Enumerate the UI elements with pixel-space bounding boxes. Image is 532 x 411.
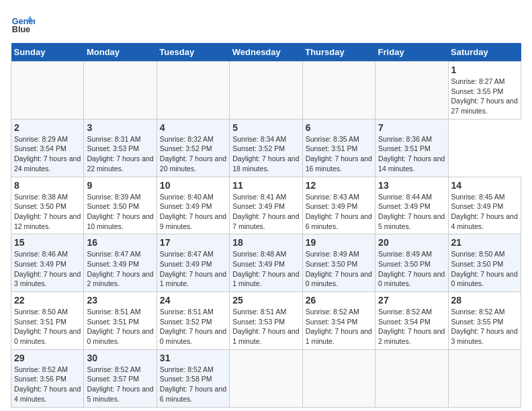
cell-info: Sunrise: 8:41 AM Sunset: 3:49 PM Dayligh… [232, 192, 299, 232]
day-number: 14 [451, 180, 518, 191]
cell-info: Sunrise: 8:38 AM Sunset: 3:50 PM Dayligh… [14, 192, 81, 232]
calendar-cell: 3 Sunrise: 8:31 AM Sunset: 3:53 PM Dayli… [84, 119, 157, 177]
calendar-cell [11, 62, 84, 120]
sunset: Sunset: 3:50 PM [306, 259, 372, 269]
sunrise: Sunrise: 8:40 AM [160, 192, 226, 202]
cell-info: Sunrise: 8:52 AM Sunset: 3:54 PM Dayligh… [378, 307, 445, 347]
calendar-cell: 17 Sunrise: 8:47 AM Sunset: 3:49 PM Dayl… [157, 234, 229, 292]
sunset: Sunset: 3:57 PM [87, 374, 153, 384]
sunrise: Sunrise: 8:35 AM [306, 134, 372, 144]
sunset: Sunset: 3:54 PM [378, 317, 445, 327]
week-row: 22 Sunrise: 8:50 AM Sunset: 3:51 PM Dayl… [11, 292, 521, 350]
sunset: Sunset: 3:54 PM [306, 317, 372, 327]
cell-info: Sunrise: 8:34 AM Sunset: 3:52 PM Dayligh… [232, 134, 299, 174]
daylight: Daylight: 7 hours and 0 minutes. [306, 269, 372, 289]
daylight: Daylight: 7 hours and 5 minutes. [87, 384, 153, 404]
sunset: Sunset: 3:49 PM [87, 259, 153, 269]
daylight: Daylight: 7 hours and 9 minutes. [160, 212, 226, 231]
cell-info: Sunrise: 8:51 AM Sunset: 3:51 PM Dayligh… [87, 307, 153, 347]
sunrise: Sunrise: 8:47 AM [87, 249, 153, 259]
day-number: 21 [451, 237, 518, 248]
cell-info: Sunrise: 8:46 AM Sunset: 3:49 PM Dayligh… [14, 249, 81, 289]
day-header-tuesday: Tuesday [157, 43, 229, 62]
sunrise: Sunrise: 8:52 AM [306, 307, 372, 317]
daylight: Daylight: 7 hours and 1 minute. [232, 269, 299, 289]
header-row: SundayMondayTuesdayWednesdayThursdayFrid… [11, 43, 521, 62]
day-number: 7 [378, 122, 445, 133]
daylight: Daylight: 7 hours and 0 minutes. [87, 326, 153, 346]
calendar-cell: 2 Sunrise: 8:29 AM Sunset: 3:54 PM Dayli… [11, 119, 84, 177]
sunrise: Sunrise: 8:52 AM [378, 307, 445, 317]
day-header-friday: Friday [375, 43, 448, 62]
sunset: Sunset: 3:49 PM [451, 201, 518, 212]
daylight: Daylight: 7 hours and 7 minutes. [232, 212, 299, 231]
sunrise: Sunrise: 8:46 AM [14, 249, 81, 259]
day-number: 23 [87, 295, 153, 306]
cell-info: Sunrise: 8:50 AM Sunset: 3:51 PM Dayligh… [14, 307, 81, 347]
daylight: Daylight: 7 hours and 3 minutes. [451, 326, 518, 346]
day-number: 22 [14, 295, 81, 306]
sunset: Sunset: 3:54 PM [14, 144, 81, 154]
sunset: Sunset: 3:58 PM [160, 374, 226, 384]
sunset: Sunset: 3:49 PM [14, 259, 81, 269]
calendar-cell: 8 Sunrise: 8:38 AM Sunset: 3:50 PM Dayli… [11, 177, 84, 234]
daylight: Daylight: 7 hours and 5 minutes. [378, 212, 445, 231]
logo: General Blue [11, 11, 38, 35]
week-row: 2 Sunrise: 8:29 AM Sunset: 3:54 PM Dayli… [11, 119, 521, 177]
cell-info: Sunrise: 8:40 AM Sunset: 3:49 PM Dayligh… [160, 192, 226, 232]
daylight: Daylight: 7 hours and 12 minutes. [14, 212, 81, 231]
sunrise: Sunrise: 8:48 AM [232, 249, 299, 259]
sunset: Sunset: 3:56 PM [14, 374, 81, 384]
day-number: 12 [306, 180, 372, 191]
svg-text:Blue: Blue [12, 25, 30, 34]
daylight: Daylight: 7 hours and 0 minutes. [378, 269, 445, 289]
sunrise: Sunrise: 8:32 AM [160, 134, 226, 144]
week-row: 8 Sunrise: 8:38 AM Sunset: 3:50 PM Dayli… [11, 177, 521, 234]
sunset: Sunset: 3:49 PM [160, 201, 226, 212]
sunset: Sunset: 3:49 PM [306, 201, 372, 212]
cell-info: Sunrise: 8:52 AM Sunset: 3:58 PM Dayligh… [160, 365, 226, 404]
daylight: Daylight: 7 hours and 16 minutes. [306, 154, 372, 173]
week-row: 15 Sunrise: 8:46 AM Sunset: 3:49 PM Dayl… [11, 234, 521, 292]
calendar-cell: 21 Sunrise: 8:50 AM Sunset: 3:50 PM Dayl… [448, 234, 521, 292]
sunset: Sunset: 3:49 PM [378, 201, 445, 212]
sunset: Sunset: 3:55 PM [451, 317, 518, 327]
sunrise: Sunrise: 8:52 AM [160, 365, 226, 375]
daylight: Daylight: 7 hours and 4 minutes. [451, 212, 518, 231]
calendar-cell: 31 Sunrise: 8:52 AM Sunset: 3:58 PM Dayl… [157, 349, 229, 407]
sunset: Sunset: 3:51 PM [87, 317, 153, 327]
day-number: 4 [160, 122, 226, 133]
daylight: Daylight: 7 hours and 1 minute. [232, 326, 299, 346]
daylight: Daylight: 7 hours and 1 minute. [306, 326, 372, 346]
calendar-cell [302, 62, 375, 120]
calendar-cell: 30 Sunrise: 8:52 AM Sunset: 3:57 PM Dayl… [84, 349, 157, 407]
calendar-cell: 26 Sunrise: 8:52 AM Sunset: 3:54 PM Dayl… [302, 292, 375, 350]
sunset: Sunset: 3:51 PM [14, 317, 81, 327]
day-number: 26 [306, 295, 372, 306]
day-number: 5 [232, 122, 299, 133]
cell-info: Sunrise: 8:49 AM Sunset: 3:50 PM Dayligh… [306, 249, 372, 289]
cell-info: Sunrise: 8:35 AM Sunset: 3:51 PM Dayligh… [306, 134, 372, 174]
sunset: Sunset: 3:52 PM [160, 144, 226, 154]
cell-info: Sunrise: 8:29 AM Sunset: 3:54 PM Dayligh… [14, 134, 81, 174]
sunrise: Sunrise: 8:49 AM [378, 249, 445, 259]
day-number: 25 [232, 295, 299, 306]
cell-info: Sunrise: 8:32 AM Sunset: 3:52 PM Dayligh… [160, 134, 226, 174]
calendar-cell: 27 Sunrise: 8:52 AM Sunset: 3:54 PM Dayl… [375, 292, 448, 350]
calendar-cell: 9 Sunrise: 8:39 AM Sunset: 3:50 PM Dayli… [84, 177, 157, 234]
day-header-monday: Monday [84, 43, 157, 62]
calendar-cell: 4 Sunrise: 8:32 AM Sunset: 3:52 PM Dayli… [157, 119, 229, 177]
sunset: Sunset: 3:52 PM [160, 317, 226, 327]
cell-info: Sunrise: 8:39 AM Sunset: 3:50 PM Dayligh… [87, 192, 153, 232]
cell-info: Sunrise: 8:52 AM Sunset: 3:55 PM Dayligh… [451, 307, 518, 347]
day-number: 3 [87, 122, 153, 133]
calendar-cell [448, 349, 521, 407]
day-number: 2 [14, 122, 81, 133]
calendar-cell: 23 Sunrise: 8:51 AM Sunset: 3:51 PM Dayl… [84, 292, 157, 350]
calendar-cell: 7 Sunrise: 8:36 AM Sunset: 3:51 PM Dayli… [375, 119, 448, 177]
calendar-cell: 16 Sunrise: 8:47 AM Sunset: 3:49 PM Dayl… [84, 234, 157, 292]
calendar-cell [302, 349, 375, 407]
daylight: Daylight: 7 hours and 6 minutes. [306, 212, 372, 231]
day-number: 9 [87, 180, 153, 191]
cell-info: Sunrise: 8:47 AM Sunset: 3:49 PM Dayligh… [87, 249, 153, 289]
